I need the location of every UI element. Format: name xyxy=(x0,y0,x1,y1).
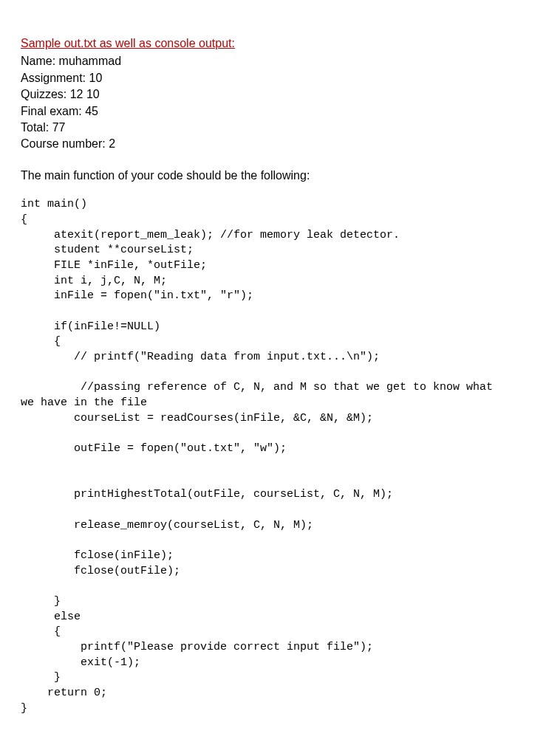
total-label: Total: xyxy=(21,121,49,134)
code-block: int main() { atexit(report_mem_leak); //… xyxy=(21,197,525,716)
quizzes-line: Quizzes: 12 10 xyxy=(21,86,525,103)
total-value: 77 xyxy=(52,121,66,134)
assignment-line: Assignment: 10 xyxy=(21,70,525,86)
final-exam-line: Final exam: 45 xyxy=(21,103,525,120)
quizzes-value: 12 10 xyxy=(70,88,100,100)
total-line: Total: 77 xyxy=(21,120,525,136)
course-number-label: Course number: xyxy=(21,137,106,150)
name-label: Name: xyxy=(21,55,55,67)
course-number-value: 2 xyxy=(109,137,115,150)
final-exam-label: Final exam: xyxy=(21,105,82,117)
assignment-value: 10 xyxy=(89,72,103,84)
instruction-text: The main function of your code should be… xyxy=(21,168,525,184)
section-heading: Sample out.txt as well as console output… xyxy=(21,35,525,52)
name-line: Name: muhammad xyxy=(21,53,525,69)
assignment-label: Assignment: xyxy=(21,72,86,84)
name-value: muhammad xyxy=(59,55,121,67)
course-number-line: Course number: 2 xyxy=(21,136,525,152)
final-exam-value: 45 xyxy=(85,105,98,117)
quizzes-label: Quizzes: xyxy=(21,88,66,100)
